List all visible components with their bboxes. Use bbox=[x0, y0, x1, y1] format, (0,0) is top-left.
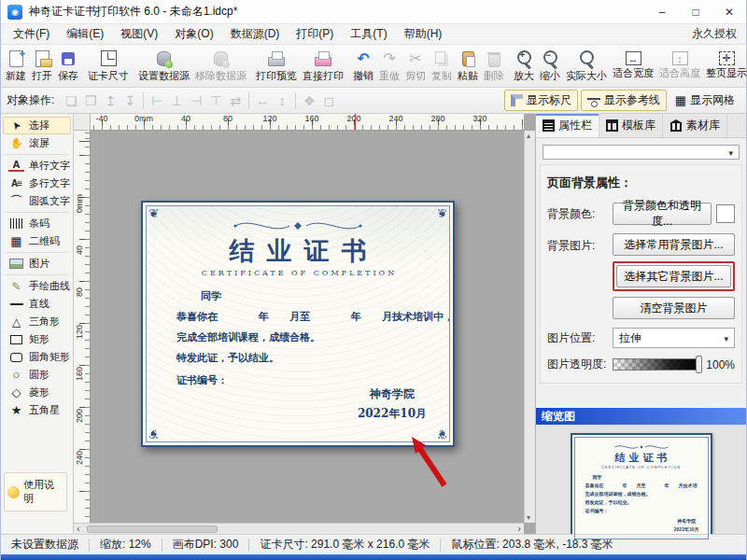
opacity-slider[interactable] bbox=[613, 358, 701, 371]
zoom-out-icon-inner: − bbox=[543, 50, 554, 61]
design-canvas[interactable]: 结业证书 CERTIFICATE OF COMPLETION 同学 恭喜你在 年… bbox=[91, 131, 524, 523]
toolbar-open-file[interactable]: 打开 bbox=[29, 49, 55, 84]
tool-qrcode[interactable]: ▦二维码 bbox=[3, 232, 71, 250]
license-badge: 永久授权 bbox=[692, 26, 746, 42]
toolbar-label: 整页显示 bbox=[706, 66, 747, 80]
tool-label: 单行文字 bbox=[29, 159, 70, 173]
tool-triangle[interactable]: △三角形 bbox=[3, 313, 71, 330]
toolbar-label: 设置数据源 bbox=[138, 69, 190, 83]
menu-item-3[interactable]: 对象(O) bbox=[166, 26, 221, 42]
toolbar-paste[interactable]: 粘贴 bbox=[455, 49, 481, 84]
toolbar-fit-width[interactable]: ↔适合宽度 bbox=[610, 50, 656, 81]
toolbar-undo[interactable]: ↶撤销 bbox=[350, 49, 376, 84]
tool-rounded-rect[interactable]: 圆角矩形 bbox=[3, 348, 71, 366]
tool-hand[interactable]: ✋滚屏 bbox=[3, 134, 71, 152]
corner-ornament-icon bbox=[437, 428, 447, 441]
ruler-label: 280 bbox=[430, 114, 444, 123]
menu-item-7[interactable]: 帮助(H) bbox=[396, 26, 451, 42]
menu-item-2[interactable]: 视图(V) bbox=[112, 26, 166, 42]
properties-panel: 属性栏模板库素材库 页面背景属性： 背景颜色: 背景颜色和透明度... 背景图片… bbox=[535, 114, 746, 534]
certificate-subtitle[interactable]: CERTIFICATE OF COMPLETION bbox=[199, 269, 397, 277]
slider-thumb[interactable] bbox=[696, 356, 702, 373]
tool-image[interactable]: 图片 bbox=[3, 255, 71, 273]
zoom-in-icon: + bbox=[514, 49, 534, 68]
bg-color-swatch[interactable] bbox=[716, 204, 735, 223]
view-button-grid[interactable]: ▦显示网格 bbox=[669, 90, 740, 111]
certificate-line[interactable]: 完成全部培训课程，成绩合格。 bbox=[176, 330, 419, 344]
scrollbar-thumb[interactable] bbox=[87, 525, 218, 533]
tool-select-cursor[interactable]: ➤选择 bbox=[3, 117, 71, 134]
diamond-icon: ◇ bbox=[8, 385, 24, 399]
toolbar-separator bbox=[295, 92, 296, 109]
toolbar-direct-print[interactable]: 直接打印 bbox=[300, 49, 346, 84]
vertical-scrollbar[interactable] bbox=[524, 131, 535, 523]
bg-color-button[interactable]: 背景颜色和透明度... bbox=[613, 203, 712, 225]
fit-width-icon: ↔ bbox=[626, 51, 641, 65]
toolbar-label: 粘贴 bbox=[458, 69, 478, 83]
menu-item-4[interactable]: 数据源(D) bbox=[222, 26, 289, 42]
tool-diamond[interactable]: ◇菱形 bbox=[3, 384, 71, 401]
object-selector-dropdown[interactable] bbox=[543, 145, 740, 160]
menu-item-6[interactable]: 工具(T) bbox=[342, 26, 395, 42]
redo-icon: ↷ bbox=[379, 49, 400, 68]
tool-label: 五角星 bbox=[29, 403, 60, 417]
ruler-mouse-marker bbox=[355, 114, 356, 130]
tool-arc-text[interactable]: ⌒圆弧文字 bbox=[3, 192, 71, 210]
choose-other-bg-button[interactable]: 选择其它背景图片... bbox=[616, 265, 731, 287]
horizontal-scrollbar[interactable] bbox=[74, 523, 524, 534]
tool-freehand-curve[interactable]: ✎手绘曲线 bbox=[3, 277, 71, 295]
tool-label: 手绘曲线 bbox=[29, 279, 70, 293]
tool-rectangle[interactable]: 矩形 bbox=[3, 330, 71, 348]
certificate-page[interactable]: 结业证书 CERTIFICATE OF COMPLETION 同学 恭喜你在 年… bbox=[141, 201, 455, 447]
group-icon: ❖ bbox=[300, 91, 318, 110]
red-highlight-box: 选择其它背景图片... bbox=[613, 261, 735, 291]
toolbar-zoom-in[interactable]: +放大 bbox=[511, 49, 537, 84]
toolbar-actual-size[interactable]: 实际大小 bbox=[563, 49, 610, 84]
certificate-salutation[interactable]: 同学 bbox=[176, 289, 419, 303]
tab-properties[interactable]: 属性栏 bbox=[536, 114, 599, 137]
tool-circle[interactable]: ○圆形 bbox=[3, 366, 71, 384]
tool-barcode[interactable]: 条码 bbox=[3, 215, 71, 232]
toolbar-print-preview[interactable]: 打印预览 bbox=[253, 49, 300, 84]
clear-bg-button[interactable]: 清空背景图片 bbox=[613, 297, 735, 319]
view-button-ruler[interactable]: 显示标尺 bbox=[504, 90, 578, 111]
toolbar-zoom-out[interactable]: −缩小 bbox=[537, 49, 563, 84]
certificate-line[interactable]: 特发此证，予以结业。 bbox=[176, 351, 419, 365]
certificate-inner-border: 结业证书 CERTIFICATE OF COMPLETION 同学 恭喜你在 年… bbox=[146, 205, 450, 442]
view-button-guides[interactable]: 显示参考线 bbox=[581, 90, 667, 111]
ruler-icon bbox=[511, 94, 523, 106]
app-logo-icon bbox=[7, 5, 22, 20]
toolbar-whole-page[interactable]: ✛整页显示 bbox=[703, 50, 747, 81]
help-button[interactable]: 使用说明 bbox=[4, 472, 67, 511]
corner-ornament-icon bbox=[148, 428, 159, 441]
tool-star[interactable]: ★五角星 bbox=[3, 401, 71, 419]
menu-item-1[interactable]: 编辑(E) bbox=[58, 26, 112, 42]
maximize-button[interactable]: □ bbox=[679, 0, 712, 23]
close-button[interactable]: ✕ bbox=[712, 0, 746, 23]
certificate-date: 2022年10月 bbox=[358, 404, 427, 425]
tab-templates[interactable]: 模板库 bbox=[599, 114, 663, 137]
tool-multi-line-text[interactable]: A≡多行文字 bbox=[3, 175, 71, 192]
tool-label: 二维码 bbox=[29, 234, 60, 248]
tab-materials[interactable]: 素材库 bbox=[663, 114, 727, 137]
minimize-button[interactable]: – bbox=[645, 0, 679, 23]
ruler-label: 120 bbox=[75, 325, 84, 339]
toolbar-label: 复制 bbox=[431, 69, 452, 83]
certificate-title[interactable]: 结业证书 bbox=[218, 234, 379, 268]
toolbar-card-size[interactable]: 证卡尺寸 bbox=[85, 49, 132, 84]
ruler-label: 240 bbox=[388, 114, 402, 123]
tool-single-line-text[interactable]: A单行文字 bbox=[3, 157, 71, 175]
toolbar-set-datasource[interactable]: 设置数据源 bbox=[135, 49, 192, 84]
certificate-line[interactable]: 恭喜你在 年 月至 年 月技术培训中， bbox=[176, 310, 419, 324]
choose-common-bg-button[interactable]: 选择常用背景图片... bbox=[613, 233, 735, 256]
toolbar-save[interactable]: 保存 bbox=[55, 49, 81, 84]
certificate-issuer-block[interactable]: 神奇学院 2022年10月 bbox=[358, 385, 427, 425]
toolbar-label: 直接打印 bbox=[303, 69, 344, 83]
image-position-select[interactable]: 拉伸 bbox=[613, 328, 735, 348]
menu-items: 文件(F)编辑(E)视图(V)对象(O)数据源(D)打印(P)工具(T)帮助(H… bbox=[5, 26, 450, 42]
menu-item-0[interactable]: 文件(F) bbox=[5, 26, 58, 42]
toolbar-new-file[interactable]: 新建 bbox=[3, 49, 29, 84]
menu-item-5[interactable]: 打印(P) bbox=[288, 26, 342, 42]
tool-line[interactable]: 直线 bbox=[3, 295, 71, 313]
opacity-value: 100% bbox=[706, 358, 735, 371]
